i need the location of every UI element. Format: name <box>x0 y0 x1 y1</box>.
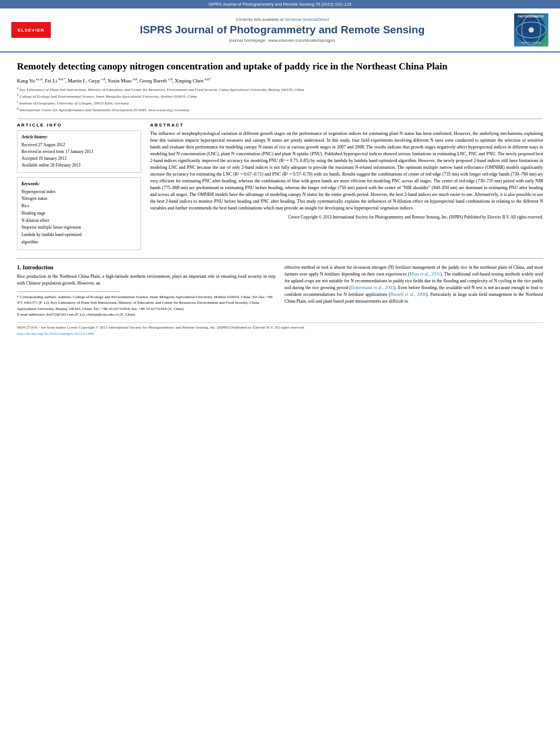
footnote-divider <box>17 291 120 292</box>
article-history-block: Article history: Received 27 August 2012… <box>17 130 141 173</box>
intro-right-col: effective method or tool is absent for i… <box>285 264 543 318</box>
svg-text:REMOTE SENSING: REMOTE SENSING <box>522 42 541 44</box>
russell-link[interactable]: Russell et al., 2006 <box>390 292 426 297</box>
intro-left-text: Rice production in the Northeast China P… <box>17 273 275 287</box>
intro-heading: 1. Introduction <box>17 264 275 270</box>
intro-right-text: effective method or tool is absent for i… <box>285 264 543 305</box>
email-footnote: E-mail addresses: feili72@163.com (F. Li… <box>17 312 275 318</box>
journal-header: ELSEVIER Contents lists available at Sci… <box>0 8 560 53</box>
svg-text:PHOTOGRAMMETRY: PHOTOGRAMMETRY <box>518 15 545 18</box>
abstract-label: ABSTRACT <box>150 123 543 128</box>
intro-left-col: 1. Introduction Rice production in the N… <box>17 264 275 318</box>
top-bar: ISPRS Journal of Photogrammetry and Remo… <box>0 0 560 8</box>
keyword-list: Hyperspectral index Nitrogen status Rice… <box>21 189 137 246</box>
abstract-text: The influence of morphophysiological var… <box>150 130 543 220</box>
bottom-bar: 0924-2716/$ – see front matter Crown Cop… <box>17 322 543 337</box>
svg-point-3 <box>528 27 533 32</box>
abstract-col: ABSTRACT The influence of morphophysiolo… <box>150 123 543 255</box>
sciverse-link[interactable]: SciVerse ScienceDirect <box>285 17 329 22</box>
journal-logo: PHOTOGRAMMETRY REMOTE SENSING <box>514 13 549 47</box>
introduction-section: 1. Introduction Rice production in the N… <box>17 264 543 318</box>
keywords-block: Keywords: Hyperspectral index Nitrogen s… <box>17 177 141 250</box>
article-title: Remotely detecting canopy nitrogen conce… <box>17 60 543 73</box>
article-info-label: ARTICLE INFO <box>17 123 141 128</box>
contents-line: Contents lists available at SciVerse Sci… <box>56 17 508 22</box>
dobermann-link[interactable]: Dobermann et al., 2003 <box>351 285 394 290</box>
authors-line: Kang Yu a,c,d, Fei Li b,d,*, Martin L. G… <box>17 77 543 84</box>
divider-2 <box>17 258 543 259</box>
header-center: Contents lists available at SciVerse Sci… <box>56 17 508 43</box>
page-content: Remotely detecting canopy nitrogen conce… <box>0 53 560 343</box>
bottom-copyright: 0924-2716/$ – see front matter Crown Cop… <box>17 325 543 331</box>
header-left: ELSEVIER <box>11 22 51 38</box>
dates: Received 27 August 2012 Received in revi… <box>21 142 137 169</box>
corresponding-footnote: * Corresponding authors. Address: Colleg… <box>17 294 275 312</box>
journal-homepage: journal homepage: www.elsevier.com/locat… <box>56 38 508 43</box>
top-bar-text: ISPRS Journal of Photogrammetry and Remo… <box>209 2 352 7</box>
article-info-abstract: ARTICLE INFO Article history: Received 2… <box>17 123 543 255</box>
divider-1 <box>17 119 543 119</box>
affiliations: a Key Laboratory of Plant-Soil Interacti… <box>17 86 543 114</box>
abstract-copyright: Crown Copyright © 2013 International Soc… <box>150 214 543 220</box>
doi-link[interactable]: http://dx.doi.org/10.1016/j.isprsjprs.20… <box>17 331 94 336</box>
article-info-col: ARTICLE INFO Article history: Received 2… <box>17 123 141 255</box>
elsevier-logo: ELSEVIER <box>11 22 51 38</box>
keywords-title: Keywords: <box>21 181 137 186</box>
journal-title: ISPRS Journal of Photogrammetry and Remo… <box>56 24 508 37</box>
miao-link[interactable]: Miao et al., 2011 <box>409 272 440 277</box>
history-title: Article history: <box>21 134 137 139</box>
